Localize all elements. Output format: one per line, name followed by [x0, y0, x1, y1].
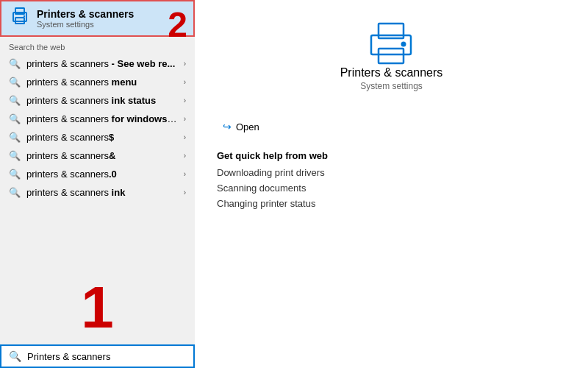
app-icon-area: Printers & scanners System settings [340, 22, 443, 106]
quick-help-link-1[interactable]: Downloading print drivers [217, 167, 566, 178]
search-icon-6: 🔍 [9, 150, 21, 161]
svg-rect-6 [379, 49, 404, 63]
chevron-icon-1: › [184, 60, 186, 68]
chevron-icon-6: › [184, 152, 186, 160]
search-bar-value: Printers & scanners [27, 351, 110, 362]
app-title: Printers & scanners [340, 66, 443, 79]
search-suggestion-text-6: printers & scanners& [26, 150, 178, 161]
badge-1: 1 [81, 278, 114, 337]
search-icon-8: 🔍 [9, 187, 21, 198]
chevron-icon-2: › [184, 78, 186, 86]
search-bar[interactable]: 🔍 Printers & scanners [0, 344, 195, 368]
printer-icon-large [365, 22, 417, 66]
chevron-icon-4: › [184, 115, 186, 123]
top-result-subtitle: System settings [37, 20, 134, 29]
search-icon-7: 🔍 [9, 169, 21, 180]
svg-point-7 [402, 43, 406, 46]
chevron-icon-5: › [184, 133, 186, 141]
open-button[interactable]: ↪ Open [217, 118, 265, 135]
chevron-icon-7: › [184, 170, 186, 178]
search-bar-icon: 🔍 [9, 350, 21, 362]
quick-help-title: Get quick help from web [217, 150, 566, 161]
search-suggestion-7[interactable]: 🔍 printers & scanners.0 › [0, 165, 195, 183]
search-suggestion-6[interactable]: 🔍 printers & scanners& › [0, 146, 195, 165]
search-suggestion-2[interactable]: 🔍 printers & scanners menu › [0, 73, 195, 91]
top-result-text: Printers & scanners System settings [37, 8, 134, 29]
search-suggestion-1[interactable]: 🔍 printers & scanners - See web re... › [0, 54, 195, 73]
search-icon-5: 🔍 [9, 132, 21, 143]
search-web-label: Search the web [0, 37, 195, 54]
search-suggestion-3[interactable]: 🔍 printers & scanners ink status › [0, 91, 195, 110]
right-panel: Printers & scanners System settings ↪ Op… [195, 0, 588, 368]
search-suggestion-text-4: printers & scanners for windows 10 [26, 113, 178, 124]
open-icon: ↪ [223, 121, 232, 132]
search-icon-1: 🔍 [9, 58, 21, 69]
quick-help-link-2[interactable]: Scanning documents [217, 183, 566, 194]
top-result-item[interactable]: Printers & scanners System settings [0, 0, 195, 37]
chevron-icon-8: › [184, 188, 186, 197]
quick-help-section: Get quick help from web Downloading prin… [195, 150, 588, 213]
search-icon-2: 🔍 [9, 77, 21, 88]
quick-help-link-3[interactable]: Changing printer status [217, 198, 566, 209]
top-result-title: Printers & scanners [37, 8, 134, 20]
search-suggestion-text-3: printers & scanners ink status [26, 95, 178, 106]
search-suggestion-text-2: printers & scanners menu [26, 77, 178, 88]
printer-icon-small [10, 7, 29, 29]
search-suggestion-text-8: printers & scanners ink [26, 187, 178, 198]
search-suggestion-text-7: printers & scanners.0 [26, 169, 178, 180]
search-suggestion-8[interactable]: 🔍 printers & scanners ink › [0, 183, 195, 202]
open-button-label: Open [236, 121, 259, 132]
search-icon-3: 🔍 [9, 95, 21, 106]
search-suggestion-text-1: printers & scanners - See web re... [26, 58, 178, 69]
search-suggestion-text-5: printers & scanners$ [26, 132, 178, 143]
app-subtitle: System settings [360, 81, 423, 91]
search-suggestion-5[interactable]: 🔍 printers & scanners$ › [0, 128, 195, 146]
chevron-icon-3: › [184, 96, 186, 105]
search-icon-4: 🔍 [9, 113, 21, 124]
search-suggestion-4[interactable]: 🔍 printers & scanners for windows 10 › [0, 110, 195, 128]
left-panel: Printers & scanners System settings 2 Se… [0, 0, 195, 368]
svg-point-3 [24, 15, 25, 17]
